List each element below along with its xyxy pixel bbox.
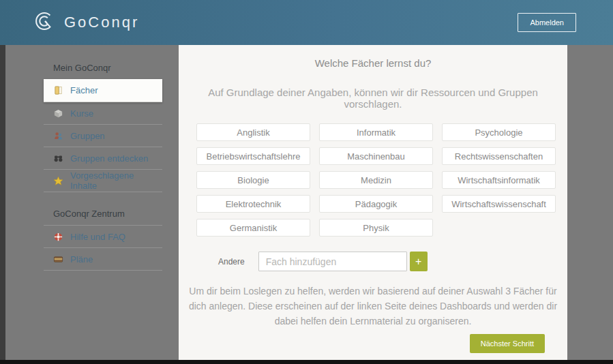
brand-wordmark: GoConqr bbox=[64, 14, 139, 31]
subject-button-germanistik[interactable]: Germanistik bbox=[196, 219, 310, 237]
subject-button-paedagogik[interactable]: Pädagogik bbox=[319, 195, 433, 213]
subject-button-elektrotechnik[interactable]: Elektrotechnik bbox=[196, 195, 310, 213]
logout-button[interactable]: Abmelden bbox=[518, 13, 576, 32]
sidebar-item-label: Kurse bbox=[70, 108, 93, 119]
next-step-button[interactable]: Nächster Schritt bbox=[470, 334, 545, 353]
sidebar-list-zentrum: Hilfe und FAQ Pläne bbox=[44, 226, 162, 271]
binoculars-icon bbox=[53, 153, 63, 164]
subject-button-physik[interactable]: Physik bbox=[319, 219, 433, 237]
sidebar-list-main: Fächer Kurse bbox=[44, 79, 162, 192]
subject-button-betriebswirtschaftslehre[interactable]: Betriebswirtschaftslehre bbox=[196, 147, 310, 165]
subject-button-biologie[interactable]: Biologie bbox=[196, 171, 310, 189]
top-header: GoConqr Abmelden bbox=[0, 0, 613, 45]
subject-button-wirtschaftsinformatik[interactable]: Wirtschaftsinformatik bbox=[442, 171, 556, 189]
goconqr-logo: GoConqr bbox=[33, 10, 139, 35]
sidebar-item-label: Gruppen entdecken bbox=[70, 153, 148, 164]
note-text: Um dir beim Loslegen zu helfen, werden w… bbox=[182, 284, 564, 329]
subject-button-maschinenbau[interactable]: Maschinenbau bbox=[319, 147, 433, 165]
goconqr-logo-icon bbox=[33, 10, 56, 35]
app-root: GoConqr Abmelden Mein GoConqr Fächer bbox=[0, 0, 613, 364]
page-title: Welche Fächer lernst du? bbox=[179, 57, 567, 69]
sidebar-item-gruppen[interactable]: Gruppen bbox=[44, 125, 162, 147]
add-subject-button[interactable]: + bbox=[410, 252, 428, 271]
onboarding-panel: Welche Fächer lernst du? Auf Grundlage d… bbox=[179, 45, 567, 360]
sidebar-item-label: Gruppen bbox=[70, 131, 105, 141]
plans-icon bbox=[53, 254, 63, 264]
sidebar-item-faecher[interactable]: Fächer bbox=[44, 79, 162, 102]
other-label: Andere bbox=[218, 257, 245, 267]
left-edge-strip bbox=[0, 45, 5, 360]
sidebar-item-plaene[interactable]: Pläne bbox=[44, 248, 162, 271]
subject-button-informatik[interactable]: Informatik bbox=[319, 123, 433, 141]
sidebar-item-label: Hilfe und FAQ bbox=[70, 232, 125, 242]
sidebar-item-label: Fächer bbox=[70, 85, 98, 95]
users-icon bbox=[53, 130, 63, 141]
lifebuoy-icon bbox=[53, 231, 63, 242]
sidebar-section-title-goconqr-zentrum: GoConqr Zentrum bbox=[44, 209, 162, 226]
subject-grid: Anglistik Informatik Psychologie Betrieb… bbox=[196, 123, 556, 237]
subject-button-psychologie[interactable]: Psychologie bbox=[442, 123, 556, 141]
subject-button-wirtschaftswissenschaft[interactable]: Wirtschaftswissenschaft bbox=[442, 195, 556, 213]
sidebar-item-kurse[interactable]: Kurse bbox=[44, 102, 162, 125]
folder-icon bbox=[53, 85, 63, 96]
sidebar-item-label: Pläne bbox=[70, 254, 93, 264]
subject-button-anglistik[interactable]: Anglistik bbox=[196, 123, 310, 141]
other-subject-input[interactable] bbox=[258, 252, 407, 271]
sidebar-item-hilfe-und-faq[interactable]: Hilfe und FAQ bbox=[44, 226, 162, 248]
cube-icon bbox=[53, 108, 63, 119]
sidebar: Mein GoConqr Fächer bbox=[5, 45, 179, 360]
page-subtitle: Auf Grundlage deiner Angaben, können wir… bbox=[179, 87, 567, 110]
sidebar-item-vorgeschlagene-inhalte[interactable]: Vorgeschlagene Inhalte bbox=[44, 170, 162, 192]
other-subject-row: Andere + bbox=[218, 252, 567, 271]
sidebar-section-title-mein-goconqr: Mein GoConqr bbox=[44, 63, 162, 73]
bottom-bar bbox=[0, 360, 613, 364]
sidebar-item-label: Vorgeschlagene Inhalte bbox=[70, 170, 162, 191]
star-icon bbox=[53, 175, 63, 186]
sidebar-item-gruppen-entdecken[interactable]: Gruppen entdecken bbox=[44, 147, 162, 170]
subject-button-rechtswissenschaften[interactable]: Rechtswissenschaften bbox=[442, 147, 556, 165]
subject-button-medizin[interactable]: Medizin bbox=[319, 171, 433, 189]
